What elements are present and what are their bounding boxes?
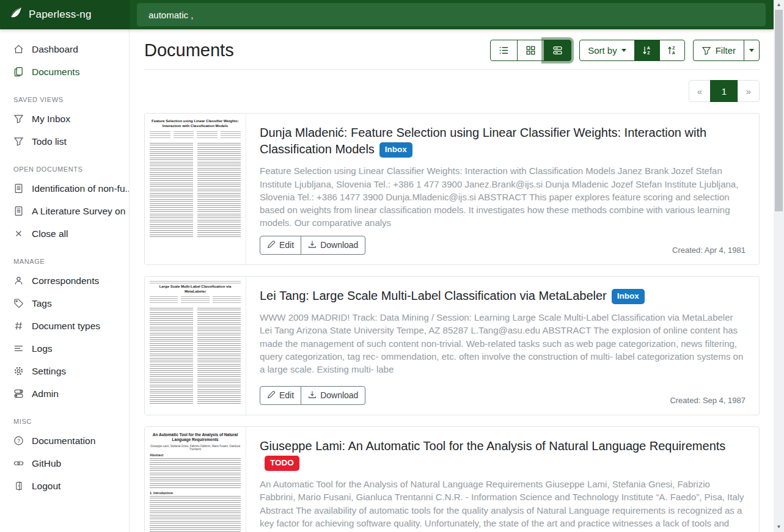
sidebar-item-open-doc-1[interactable]: Identification of non-fu... — [0, 177, 129, 200]
document-thumbnail[interactable]: Feature Selection using Linear Classifie… — [145, 114, 246, 264]
sidebar-item-logs[interactable]: Logs — [0, 337, 129, 360]
header-divider — [144, 69, 760, 70]
sort-by-label: Sort by — [588, 45, 617, 56]
sidebar-item-label: Tags — [32, 298, 52, 309]
thumbnail-text-columns — [150, 308, 241, 404]
text-lines-icon — [13, 343, 24, 354]
scrollbar-up-arrow[interactable]: ▲ — [774, 0, 784, 10]
chevron-down-icon — [621, 49, 626, 52]
sort-by-dropdown[interactable]: Sort by — [579, 40, 635, 61]
edit-label: Edit — [279, 240, 294, 250]
details-view-button[interactable] — [544, 40, 571, 61]
edit-button[interactable]: Edit — [260, 236, 301, 255]
gear-icon — [13, 366, 24, 376]
sidebar-item-label: Close all — [32, 228, 68, 239]
sort-alpha-up-icon: ZA — [667, 45, 677, 56]
scrollbar-down-arrow[interactable]: ▼ — [774, 522, 784, 532]
sidebar-item-document-types[interactable]: Document types — [0, 315, 129, 337]
thumbnail-text-columns — [150, 143, 241, 238]
grid-view-button[interactable] — [517, 40, 544, 61]
hash-icon — [13, 321, 24, 331]
sidebar-item-close-all[interactable]: Close all — [0, 222, 129, 245]
scrollbar-thumb[interactable] — [775, 10, 783, 211]
feather-logo-icon — [9, 7, 22, 23]
search-input[interactable] — [137, 3, 766, 26]
sidebar-item-label: Dashboard — [32, 44, 78, 55]
sidebar-section-manage: MANAGE — [0, 253, 129, 269]
tag-badge[interactable]: TODO — [265, 456, 299, 471]
sidebar-item-label: My Inbox — [32, 114, 70, 125]
page-title: Documents — [144, 40, 234, 60]
sidebar-item-todo-list[interactable]: Todo list — [0, 130, 129, 153]
filter-label: Filter — [716, 45, 736, 56]
sidebar-item-logout[interactable]: Logout — [0, 475, 129, 497]
sidebar-section-misc: MISC — [0, 414, 129, 429]
sidebar-item-open-doc-2[interactable]: A Literature Survey on ... — [0, 200, 129, 222]
sidebar-item-documents[interactable]: Documents — [0, 60, 129, 83]
app-title: Paperless-ng — [29, 9, 92, 21]
thumbnail-title: Large Scale Multi-Label Classification v… — [150, 285, 241, 294]
document-description: An Automatic Tool for the Analysis of Na… — [260, 478, 746, 532]
thumbnail-header — [150, 281, 241, 283]
edit-label: Edit — [279, 390, 294, 400]
sidebar-item-label: Documents — [32, 67, 79, 78]
sort-ascending-button[interactable]: ZA — [659, 40, 685, 61]
pagination-page-1[interactable]: 1 — [710, 80, 738, 102]
document-title-link[interactable]: Lei Tang: Large Scale Multi-Label Classi… — [260, 289, 607, 302]
sidebar-section-saved-views: SAVED VIEWS — [0, 92, 129, 107]
document-card: Large Scale Multi-Label Classification v… — [144, 276, 760, 415]
document-title-link[interactable]: Giuseppe Lami: An Automatic Tool for the… — [260, 439, 725, 453]
sidebar-item-label: A Literature Survey on ... — [32, 206, 129, 217]
sidebar-item-admin[interactable]: Admin — [0, 382, 129, 405]
sidebar-item-label: Admin — [32, 388, 59, 399]
document-card: An Automatic Tool for the Analysis of Na… — [144, 426, 760, 532]
top-navbar: Paperless-ng — [0, 0, 774, 29]
thumbnail-title: Feature Selection using Linear Classifie… — [150, 119, 241, 129]
sidebar-item-documentation[interactable]: ? Documentation — [0, 429, 129, 452]
sidebar-item-settings[interactable]: Settings — [0, 360, 129, 382]
view-toggle-group — [490, 40, 571, 61]
download-icon — [308, 390, 317, 401]
filter-dropdown-toggle[interactable] — [744, 40, 760, 61]
svg-text:Z: Z — [672, 46, 675, 50]
download-button[interactable]: Download — [301, 236, 365, 255]
chevron-down-icon — [749, 49, 754, 52]
created-date: Created: Apr 4, 1981 — [672, 246, 746, 255]
document-thumbnail[interactable]: Large Scale Multi-Label Classification v… — [145, 277, 246, 415]
sort-alpha-down-icon: AZ — [642, 45, 652, 56]
pagination: « 1 » — [689, 80, 760, 102]
edit-button[interactable]: Edit — [260, 386, 301, 405]
document-title-row: Dunja Mladenić: Feature Selection using … — [260, 125, 746, 159]
document-title-row: Giuseppe Lami: An Automatic Tool for the… — [260, 438, 746, 472]
pagination-next-button[interactable]: » — [738, 80, 760, 102]
thumbnail-body-text — [150, 496, 241, 532]
sidebar-item-label: Logout — [32, 481, 60, 492]
download-button[interactable]: Download — [301, 386, 365, 405]
pencil-icon — [267, 390, 276, 401]
tag-badge[interactable]: Inbox — [379, 142, 412, 158]
sidebar-item-github[interactable]: GitHub — [0, 452, 129, 475]
sort-group: Sort by AZ ZA — [579, 40, 685, 61]
svg-text:Z: Z — [647, 51, 650, 55]
sidebar-item-label: Logs — [32, 343, 53, 354]
sidebar-item-tags[interactable]: Tags — [0, 292, 129, 315]
download-label: Download — [320, 240, 358, 250]
sidebar-item-my-inbox[interactable]: My Inbox — [0, 107, 129, 130]
tag-badge[interactable]: Inbox — [612, 289, 645, 304]
pagination-prev-button[interactable]: « — [689, 80, 711, 102]
funnel-icon — [13, 136, 24, 147]
sort-descending-button[interactable]: AZ — [634, 40, 660, 61]
list-view-button[interactable] — [490, 40, 518, 61]
grid-view-icon — [526, 45, 536, 56]
app-brand[interactable]: Paperless-ng — [0, 0, 130, 29]
sidebar-item-dashboard[interactable]: Dashboard — [0, 38, 129, 60]
filter-button[interactable]: Filter — [693, 40, 744, 61]
file-text-icon — [13, 206, 24, 216]
file-text-icon — [13, 183, 24, 194]
document-thumbnail[interactable]: An Automatic Tool for the Analysis of Na… — [145, 427, 246, 532]
details-view-icon — [552, 45, 563, 56]
sidebar-item-label: GitHub — [32, 458, 61, 469]
document-card: Feature Selection using Linear Classifie… — [144, 113, 760, 265]
sidebar-item-correspondents[interactable]: Correspondents — [0, 269, 129, 292]
document-title-link[interactable]: Dunja Mladenić: Feature Selection using … — [260, 126, 706, 156]
